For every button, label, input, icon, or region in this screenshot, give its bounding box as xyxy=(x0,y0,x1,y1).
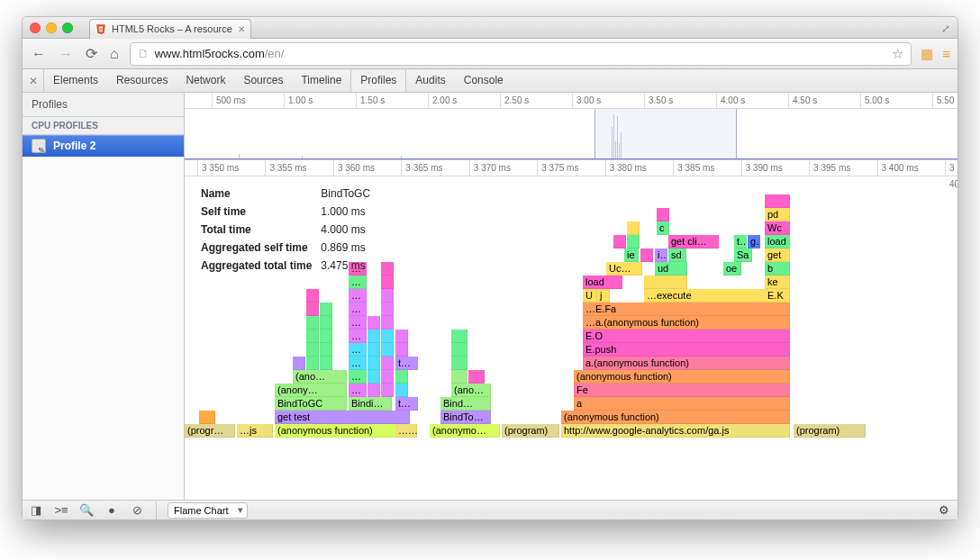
devtools-tab-network[interactable]: Network xyxy=(177,69,234,92)
flame-bar[interactable] xyxy=(381,262,394,275)
flame-bar[interactable]: load xyxy=(765,235,790,248)
flame-bar[interactable]: … xyxy=(349,303,367,316)
flame-bar[interactable] xyxy=(320,303,332,316)
flame-bar[interactable] xyxy=(320,330,332,343)
flame-bar[interactable]: ta… xyxy=(395,397,418,411)
flame-bar[interactable]: sd xyxy=(668,248,686,262)
sidebar-item-profile[interactable]: Profile 2 xyxy=(23,135,184,157)
flame-bar[interactable] xyxy=(381,303,394,316)
flame-bar[interactable] xyxy=(640,248,653,262)
dock-button[interactable]: ◨ xyxy=(28,503,44,518)
flame-bar[interactable] xyxy=(368,370,380,384)
flame-bar[interactable]: … xyxy=(349,330,367,343)
flame-bar[interactable] xyxy=(306,343,319,357)
url-bar[interactable]: 🗋 www.html5rocks.com/en/ ☆ xyxy=(130,42,912,66)
flame-bar[interactable] xyxy=(468,370,485,384)
flame-bar[interactable]: …js xyxy=(395,424,417,438)
timeline-overview[interactable]: 500 ms1.00 s1.50 s2.00 s2.50 s3.00 s3.50… xyxy=(185,93,957,160)
record-button[interactable]: ● xyxy=(104,503,120,518)
flame-bar[interactable] xyxy=(320,357,332,370)
devtools-tab-resources[interactable]: Resources xyxy=(107,69,177,92)
flame-bar[interactable]: get xyxy=(765,248,790,262)
devtools-close-button[interactable]: ✕ xyxy=(23,69,44,92)
flame-bar[interactable]: id xyxy=(655,248,667,262)
flame-bar[interactable]: E.push xyxy=(583,343,790,357)
flame-bar[interactable]: Fe xyxy=(574,384,790,397)
flame-bar[interactable] xyxy=(368,384,380,397)
flame-bar[interactable]: E.K xyxy=(765,289,790,303)
flame-bar[interactable] xyxy=(395,370,408,384)
flame-bar[interactable]: (progr… xyxy=(185,424,235,438)
flame-bar[interactable]: (anonymous function) xyxy=(275,424,410,438)
flame-bar[interactable]: (anonymo… xyxy=(430,424,500,438)
menu-icon[interactable]: ≡ xyxy=(942,46,950,61)
flame-bar[interactable]: (ano… xyxy=(293,370,347,384)
flame-bar[interactable]: c xyxy=(657,221,669,235)
devtools-tab-console[interactable]: Console xyxy=(455,69,513,92)
flame-bar[interactable] xyxy=(644,275,687,289)
devtools-tab-elements[interactable]: Elements xyxy=(44,69,107,92)
flame-bar[interactable] xyxy=(293,357,305,370)
flame-bar[interactable] xyxy=(381,330,394,343)
flame-bar[interactable] xyxy=(381,289,394,303)
devtools-tab-sources[interactable]: Sources xyxy=(234,69,292,92)
flame-bar[interactable]: …E.Fa xyxy=(583,303,790,316)
flame-bar[interactable] xyxy=(306,303,319,316)
devtools-tab-profiles[interactable]: Profiles xyxy=(350,69,406,92)
flame-bar[interactable]: oe xyxy=(723,262,741,275)
flame-bar[interactable]: (anonymous function) xyxy=(561,411,790,424)
clear-button[interactable]: ⊘ xyxy=(129,503,145,518)
flame-bar[interactable]: a xyxy=(574,397,790,411)
flame-bar[interactable]: http://www.google-analytics.com/ga.js xyxy=(561,424,790,438)
devtools-tab-audits[interactable]: Audits xyxy=(406,69,454,92)
flame-bar[interactable] xyxy=(368,316,380,330)
fullscreen-icon[interactable]: ⤢ xyxy=(941,23,950,35)
flame-bar[interactable]: (anony… xyxy=(275,384,347,397)
flame-bar[interactable]: Bindi… xyxy=(349,397,392,411)
flame-bar[interactable] xyxy=(368,357,380,370)
flame-bar[interactable]: load xyxy=(583,275,622,289)
flame-bar[interactable]: BindTo… xyxy=(440,411,491,424)
flame-bar[interactable] xyxy=(381,357,394,370)
flame-bar[interactable]: Sa xyxy=(734,248,752,262)
flame-bar[interactable]: get cli… xyxy=(668,235,719,248)
window-maximize-button[interactable] xyxy=(62,23,73,33)
flame-bar[interactable] xyxy=(320,343,332,357)
flame-bar[interactable]: gf xyxy=(748,235,760,248)
forward-button[interactable]: → xyxy=(57,46,75,62)
flame-bar[interactable]: E.O xyxy=(583,330,790,343)
flame-bar[interactable] xyxy=(381,275,394,289)
flame-bar[interactable] xyxy=(765,194,790,208)
flame-bar[interactable]: a.(anonymous function) xyxy=(583,357,790,370)
flame-bar[interactable]: … xyxy=(349,343,367,357)
flame-bar[interactable] xyxy=(306,316,319,330)
search-icon[interactable]: 🔍 xyxy=(78,503,95,518)
flame-bar[interactable]: ke xyxy=(765,275,790,289)
flame-bar[interactable]: … xyxy=(349,384,367,397)
flame-bar[interactable]: (anonymous function) xyxy=(574,370,790,384)
flame-bar[interactable]: Uc… xyxy=(606,262,642,275)
tab-close-button[interactable]: ✕ xyxy=(238,24,245,34)
flame-bar[interactable] xyxy=(381,384,394,397)
flame-bar[interactable]: … xyxy=(349,357,367,370)
console-button[interactable]: >≡ xyxy=(53,503,69,518)
flame-bar[interactable]: Bind… xyxy=(440,397,491,411)
flame-bar[interactable]: U xyxy=(583,289,597,303)
flame-bar[interactable]: j xyxy=(597,289,610,303)
flame-bar[interactable] xyxy=(306,357,319,370)
flame-bar[interactable] xyxy=(395,343,408,357)
flame-bar[interactable]: (ano… xyxy=(451,384,491,397)
flame-bar[interactable] xyxy=(320,316,332,330)
back-button[interactable]: ← xyxy=(30,46,48,62)
window-minimize-button[interactable] xyxy=(46,23,57,33)
devtools-tab-timeline[interactable]: Timeline xyxy=(292,69,350,92)
flame-bar[interactable]: (program) xyxy=(502,424,559,438)
flame-bar[interactable] xyxy=(395,330,408,343)
view-select[interactable]: Flame Chart xyxy=(168,502,248,519)
flame-bar[interactable] xyxy=(381,343,394,357)
flame-bar[interactable]: … xyxy=(349,275,367,289)
flame-bar[interactable] xyxy=(306,289,319,303)
flame-bar[interactable]: pd xyxy=(765,208,790,221)
flame-bar[interactable] xyxy=(451,357,467,370)
flame-bar[interactable] xyxy=(381,370,394,384)
